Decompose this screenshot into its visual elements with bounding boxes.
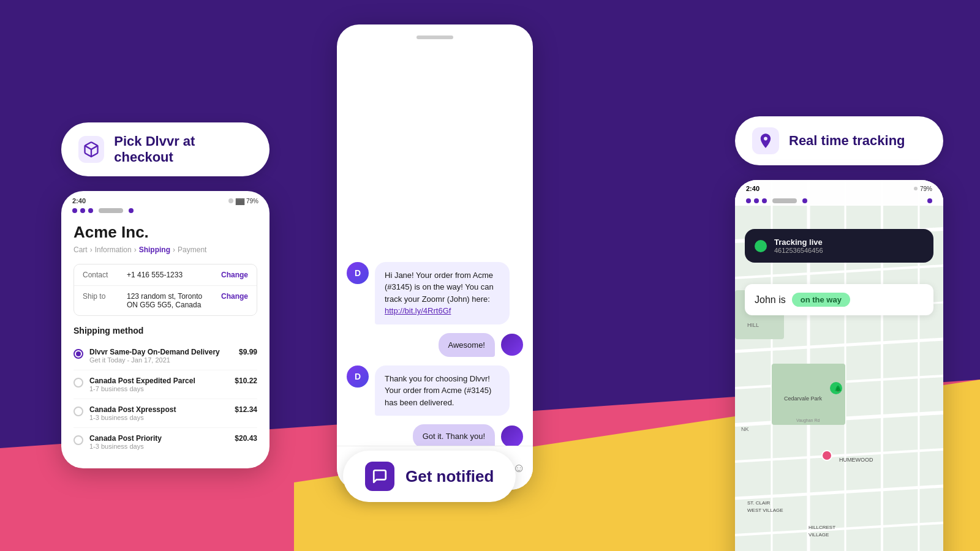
shipping-name: Canada Post Xpresspost: [89, 405, 176, 414]
chat-bubble-right: Awesome!: [347, 333, 523, 357]
ship-to-row: Ship to 123 random st, Toronto ON G5G 5G…: [74, 286, 257, 315]
svg-text:WEST VILLAGE: WEST VILLAGE: [747, 508, 783, 513]
store-name: Acme Inc.: [74, 223, 257, 242]
right-phone-panel: Real time tracking: [735, 116, 943, 551]
tracking-info: Tracking live 4612536546456: [774, 238, 823, 254]
chat-bubble-right: Got it. Thank you!: [347, 424, 523, 448]
shipping-name: Canada Post Priority: [89, 434, 162, 443]
user-avatar: [501, 425, 523, 448]
r-dot-3: [762, 198, 767, 203]
svg-text:Vaughan Rd: Vaughan Rd: [796, 418, 820, 423]
mic-icon[interactable]: 🎤: [532, 461, 533, 476]
breadcrumb: Cart › Information › Shipping › Payment: [74, 246, 257, 254]
left-badge-card: Pick Dlvvr at checkout: [61, 122, 270, 176]
status-dot-1: [228, 198, 233, 203]
radio-selected[interactable]: [74, 349, 83, 359]
shipping-price: $20.43: [235, 434, 257, 443]
tracking-title: Tracking live: [774, 238, 823, 247]
john-name: John is: [755, 294, 786, 305]
contact-info-card: Contact +1 416 555-1233 Change Ship to 1…: [74, 264, 257, 316]
bubble-text-left: Hi Jane! Your order from Acme (#3145) is…: [375, 262, 510, 324]
live-dot: [755, 240, 767, 252]
svg-text:HILL: HILL: [747, 322, 759, 328]
chat-bubble-left: D Thank you for choosing Dlvvr! Your ord…: [347, 365, 523, 416]
svg-text:🌲: 🌲: [834, 384, 842, 392]
shipping-name: Dlvvr Same-Day On-Demand Delivery: [89, 348, 220, 356]
shipping-option[interactable]: Dlvvr Same-Day On-Demand Delivery Get it…: [74, 342, 257, 370]
radio-unselected[interactable]: [74, 435, 83, 445]
bubble-text-right: Got it. Thank you!: [413, 424, 495, 448]
middle-phone-body: D Hi Jane! Your order from Acme (#3145) …: [337, 24, 533, 490]
ship-to-change[interactable]: Change: [221, 292, 248, 301]
box-icon: [78, 136, 104, 163]
on-the-way-pill: on the way: [792, 293, 850, 307]
left-time: 2:40: [72, 197, 86, 204]
r-dot-5: [927, 198, 932, 203]
r-dot-2: [754, 198, 759, 203]
svg-text:NK: NK: [741, 426, 749, 432]
signal-dot: [914, 187, 918, 190]
dlvvr-avatar: D: [347, 262, 369, 284]
r-notch: [772, 198, 797, 203]
shipping-price: $12.34: [235, 405, 257, 414]
contact-change[interactable]: Change: [221, 271, 248, 279]
shipping-sub: 1-7 business days: [89, 385, 195, 392]
shipping-option[interactable]: Canada Post Expedited Parcel 1-7 busines…: [74, 370, 257, 399]
dot-1: [72, 208, 77, 213]
svg-text:HILLCREST: HILLCREST: [809, 525, 835, 530]
right-phone-body: HILL FOREST H CEDARVALE Cedarvale Park 🌲…: [735, 180, 943, 551]
r-dot-1: [746, 198, 751, 203]
chat-bubble-left: D Hi Jane! Your order from Acme (#3145) …: [347, 262, 523, 324]
contact-value: +1 416 555-1233: [127, 271, 214, 279]
shipping-option[interactable]: Canada Post Priority 1-3 business days $…: [74, 428, 257, 456]
breadcrumb-cart: Cart: [74, 246, 88, 254]
middle-phone-panel: D Hi Jane! Your order from Acme (#3145) …: [337, 24, 533, 490]
dlvvr-avatar: D: [347, 365, 369, 388]
bubble-text-left: Thank you for choosing Dlvvr! Your order…: [375, 365, 510, 416]
svg-point-25: [822, 451, 832, 460]
right-battery: 79%: [920, 186, 932, 192]
tracking-id: 4612536546456: [774, 247, 823, 254]
left-phone-content: Acme Inc. Cart › Information › Shipping …: [61, 216, 270, 468]
shipping-price: $10.22: [235, 377, 257, 385]
breadcrumb-payment: Payment: [178, 246, 206, 254]
location-pin-icon: [752, 127, 779, 154]
left-badge-text: Pick Dlvvr at checkout: [114, 133, 252, 165]
radio-unselected[interactable]: [74, 378, 83, 388]
shipping-method-title: Shipping method: [74, 326, 257, 335]
shipping-options-list: Dlvvr Same-Day On-Demand Delivery Get it…: [74, 342, 257, 456]
dot-2: [80, 208, 85, 213]
chat-notification-icon: [365, 462, 394, 491]
battery-icon: ▓▓ 79%: [236, 198, 258, 204]
left-phone-panel: Pick Dlvvr at checkout 2:40 ▓▓ 79% Acme …: [61, 122, 270, 468]
right-time: 2:40: [746, 185, 760, 192]
svg-rect-17: [772, 364, 845, 425]
john-status-card: John is on the way: [745, 284, 933, 315]
get-notified-text: Get notified: [405, 467, 494, 486]
radio-unselected[interactable]: [74, 407, 83, 416]
dot-4: [129, 208, 134, 213]
shipping-option[interactable]: Canada Post Xpresspost 1-3 business days…: [74, 399, 257, 428]
notch-bar: [99, 208, 123, 213]
user-avatar: [501, 334, 523, 356]
ship-to-value: 123 random st, Toronto ON G5G 5G5, Canad…: [127, 292, 214, 309]
dot-3: [88, 208, 93, 213]
r-dot-4: [802, 198, 807, 203]
bubble-text-right: Awesome!: [439, 333, 495, 357]
svg-text:HUMEWOOD: HUMEWOOD: [839, 457, 873, 463]
shipping-sub: 1-3 business days: [89, 414, 176, 421]
tracking-link[interactable]: http://bit.ly/4Rrt6Gf: [385, 306, 451, 315]
svg-text:ST. CLAIR: ST. CLAIR: [747, 500, 771, 506]
get-notified-badge[interactable]: Get notified: [343, 451, 516, 502]
tracking-notification: Tracking live 4612536546456: [745, 229, 933, 263]
contact-label: Contact: [83, 271, 119, 279]
breadcrumb-shipping[interactable]: Shipping: [139, 246, 170, 254]
chat-area: D Hi Jane! Your order from Acme (#3145) …: [337, 44, 533, 460]
breadcrumb-info: Information: [95, 246, 132, 254]
shipping-sub: 1-3 business days: [89, 443, 162, 450]
svg-text:VILLAGE: VILLAGE: [809, 532, 829, 538]
top-notch: [417, 36, 453, 39]
contact-row: Contact +1 416 555-1233 Change: [74, 264, 257, 286]
right-badge-text: Real time tracking: [789, 133, 905, 149]
svg-text:Cedarvale Park: Cedarvale Park: [784, 395, 823, 402]
